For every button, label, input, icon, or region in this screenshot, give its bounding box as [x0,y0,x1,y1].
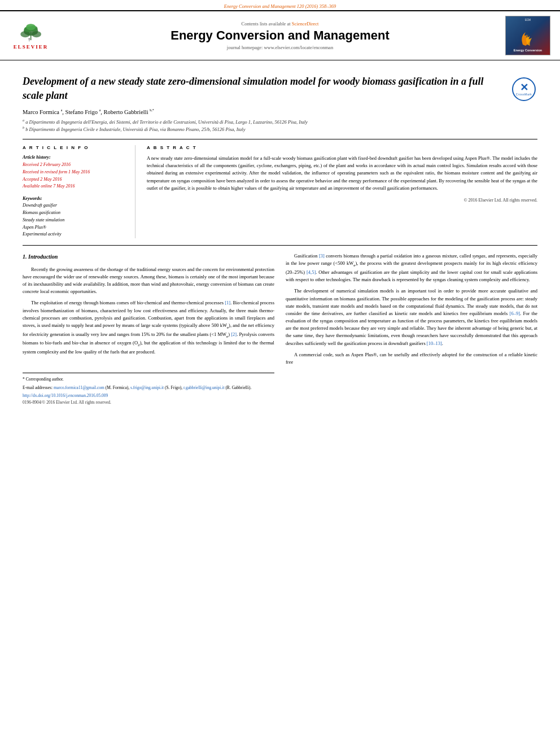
affiliation-a: a a Dipartimento di Ingegneria dell'Ener… [23,118,537,126]
issn-line: 0196-8904/© 2016 Elsevier Ltd. All right… [23,399,274,406]
history-revised: Received in revised form 1 May 2016 [23,169,126,176]
journal-center-info: Contents lists available at ScienceDirec… [63,21,497,50]
keywords-list: Downdraft gasifier Biomass gasification … [23,202,126,238]
sciencedirect-link[interactable]: ScienceDirect [292,21,319,27]
aspen-para-1: A commercial code, such as Aspen Plus®, … [286,351,537,366]
keyword-5: Experimental activity [23,231,126,238]
article-title: Development of a new steady state zero-d… [23,75,506,103]
email-addresses: E-mail addresses: marco.formica11@gmail.… [23,385,274,391]
copyright-line: © 2016 Elsevier Ltd. All rights reserved… [147,198,537,203]
crossmark-icon: ✕ [520,82,528,93]
history-online: Available online 7 May 2016 [23,183,126,190]
intro-heading: 1. Introduction [23,252,274,261]
keyword-4: Aspen Plus® [23,224,126,231]
keyword-1: Downdraft gasifier [23,202,126,209]
article-info-col: A R T I C L E I N F O Article history: R… [23,145,135,238]
gasification-para-1: Gasification [3] converts biomass throug… [286,252,537,283]
svg-text:Energy Conversion: Energy Conversion [514,49,542,52]
intro-para-2: The exploitation of energy through bioma… [23,299,274,356]
simulation-para-1: The development of numerical simulation … [286,287,537,347]
keyword-2: Biomass gasification [23,209,126,217]
journal-logo-right: Energy Conversion ECM [502,16,553,55]
doi-link[interactable]: http://dx.doi.org/10.1016/j.enconman.201… [23,392,274,399]
email-1[interactable]: marco.formica11@gmail.com [54,385,104,390]
affiliation-b: b b Dipartimento di Ingegneria Civile e … [23,125,537,133]
article-info-label: A R T I C L E I N F O [23,145,126,150]
page-wrapper: Energy Conversion and Management 120 (20… [0,0,560,747]
affiliations: a a Dipartimento di Ingegneria dell'Ener… [23,118,537,133]
keyword-3: Steady state simulation [23,217,126,224]
top-journal-ref: Energy Conversion and Management 120 (20… [0,0,560,10]
email-2[interactable]: s.frigo@ing.unipi.it [130,385,164,390]
article-title-section: Development of a new steady state zero-d… [23,66,537,108]
abstract-text: A new steady state zero-dimensional simu… [147,155,537,192]
footnote-section: * Corresponding author. E-mail addresses… [23,373,274,406]
body-content: 1. Introduction Recently the growing awa… [23,252,537,405]
article-history-label: Article history: [23,155,126,160]
svg-point-4 [32,31,41,37]
corresponding-author-note: * Corresponding author. [23,376,274,383]
section-divider [23,245,537,246]
abstract-col: A B S T R A C T A new steady state zero-… [147,145,537,238]
abstract-label: A B S T R A C T [147,145,537,150]
body-col-right: Gasification [3] converts biomass throug… [286,252,537,405]
intro-para-1: Recently the growing awareness of the sh… [23,266,274,296]
svg-point-7 [26,24,36,30]
elsevier-brand-text: ELSEVIER [14,44,49,50]
email-3[interactable]: r.gabbrielli@ing.unipi.it [183,385,225,390]
body-col-left: 1. Introduction Recently the growing awa… [23,252,274,405]
svg-point-8 [28,38,30,40]
journal-homepage: journal homepage: www.elsevier.com/locat… [63,45,497,50]
crossmark-label: CrossMark [516,93,532,96]
main-content: Development of a new steady state zero-d… [0,60,560,412]
journal-title: Energy Conversion and Management [63,28,497,43]
history-accepted: Accepted 2 May 2016 [23,176,126,184]
history-received: Received 2 February 2016 [23,161,126,169]
elsevier-logo: ELSEVIER [7,19,58,53]
journal-header: ELSEVIER Contents lists available at Sci… [0,10,560,60]
article-history: Received 2 February 2016 Received in rev… [23,161,126,190]
svg-text:ECM: ECM [525,19,531,21]
sciencedirect-info: Contents lists available at ScienceDirec… [63,21,497,27]
keywords-label: Keywords: [23,196,126,201]
article-info-abstract: A R T I C L E I N F O Article history: R… [23,139,537,238]
authors: Marco Formica a, Stefano Frigo a, Robert… [23,108,537,115]
crossmark-badge[interactable]: ✕ CrossMark [512,77,537,103]
